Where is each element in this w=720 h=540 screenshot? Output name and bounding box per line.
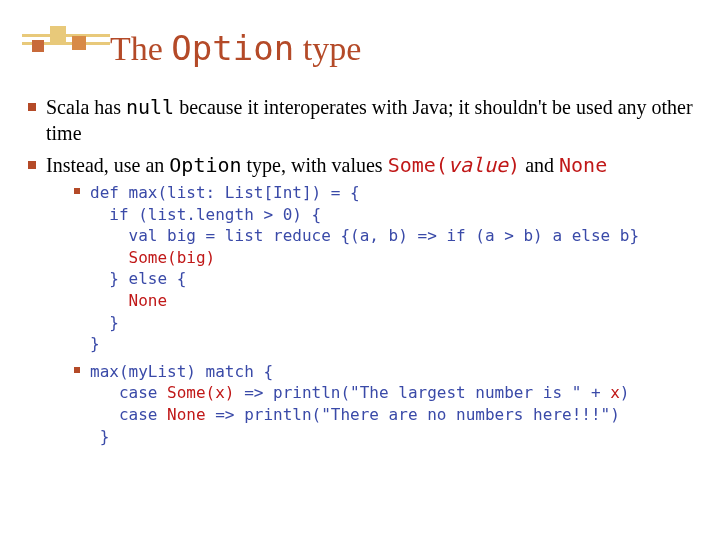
svg-rect-4 [32, 40, 44, 52]
text-run: x [610, 383, 620, 402]
code-block-item: max(myList) match { case Some(x) => prin… [70, 361, 698, 447]
text-run: if (list.length > 0) { [90, 205, 321, 224]
code-line: def max(list: List[Int]) = { [90, 182, 698, 204]
bullet-item: Scala has null because it interoperates … [22, 94, 698, 146]
text-run: ) [508, 153, 520, 177]
text-run: val big = list reduce {(a, b) => if (a >… [90, 226, 639, 245]
title-code: Option [171, 28, 294, 68]
title-pre: The [110, 30, 171, 67]
code-block: max(myList) match { case Some(x) => prin… [90, 361, 698, 447]
svg-rect-1 [22, 42, 110, 45]
text-run: => println("The largest number is " + [235, 383, 611, 402]
code-line: Some(big) [90, 247, 698, 269]
text-run: max(myList) match { [90, 362, 273, 381]
text-run [90, 248, 129, 267]
text-run: } [90, 334, 100, 353]
slide-body: Scala has null because it interoperates … [22, 94, 698, 453]
code-line: } [90, 312, 698, 334]
text-run: Option [169, 153, 241, 177]
text-run: => println("There are no numbers here!!!… [206, 405, 620, 424]
text-run [90, 291, 129, 310]
title-post: type [294, 30, 361, 67]
code-block-item: def max(list: List[Int]) = { if (list.le… [70, 182, 698, 355]
text-run: None [129, 291, 168, 310]
text-run: and [520, 154, 559, 176]
text-run: } else { [90, 269, 186, 288]
text-run: Instead, use an [46, 154, 169, 176]
text-run: def max(list: List[Int]) = { [90, 183, 360, 202]
code-line: None [90, 290, 698, 312]
code-line: } [90, 333, 698, 355]
slide-title: The Option type [110, 28, 361, 68]
text-run: Some(big) [129, 248, 216, 267]
code-line: } else { [90, 268, 698, 290]
svg-rect-2 [50, 26, 66, 42]
text-run: None [559, 153, 607, 177]
bullet-item: Instead, use an Option type, with values… [22, 152, 698, 447]
code-line: } [90, 426, 698, 448]
title-decoration [22, 26, 110, 56]
text-run: type, with values [242, 154, 388, 176]
text-run: value [448, 153, 508, 177]
code-line: case Some(x) => println("The largest num… [90, 382, 698, 404]
text-run: } [90, 427, 109, 446]
code-line: case None => println("There are no numbe… [90, 404, 698, 426]
text-run: } [90, 313, 119, 332]
code-line: val big = list reduce {(a, b) => if (a >… [90, 225, 698, 247]
svg-rect-0 [22, 34, 110, 37]
code-line: if (list.length > 0) { [90, 204, 698, 226]
svg-rect-3 [72, 36, 86, 50]
text-run: null [126, 95, 174, 119]
sub-list: def max(list: List[Int]) = { if (list.le… [70, 182, 698, 447]
code-block: def max(list: List[Int]) = { if (list.le… [90, 182, 698, 355]
text-run: Some(x) [167, 383, 234, 402]
text-run: None [167, 405, 206, 424]
text-run: Some( [388, 153, 448, 177]
code-line: max(myList) match { [90, 361, 698, 383]
text-run: Scala has [46, 96, 126, 118]
text-run: ) [620, 383, 630, 402]
text-run: case [90, 405, 167, 424]
text-run: case [90, 383, 167, 402]
